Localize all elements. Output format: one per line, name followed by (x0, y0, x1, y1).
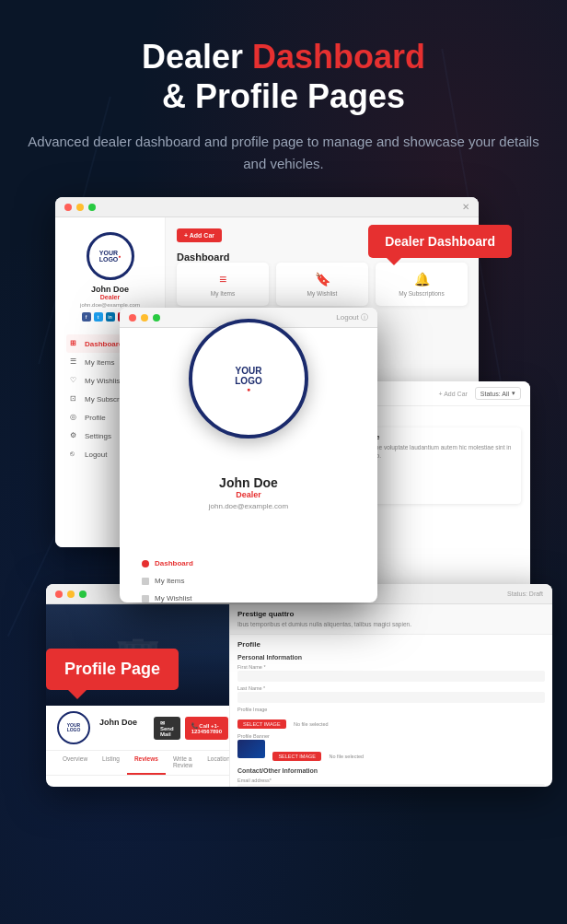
sidebar-role: Dealer (66, 294, 154, 300)
email-field: Email address* john.doe@example.com (237, 778, 545, 787)
active-indicator (142, 560, 149, 567)
first-name-input[interactable] (237, 671, 545, 682)
last-name-input[interactable] (237, 692, 545, 703)
tab-write-review[interactable]: Write a Review (166, 751, 200, 775)
minimize-dot (76, 204, 84, 211)
logout-icon: ⎋ (70, 450, 79, 459)
first-name-label: First Name * (237, 664, 545, 670)
draft-status: Status: Draft (507, 591, 543, 597)
banner-preview-thumb (237, 740, 265, 758)
mid-twitter-icon: t (226, 516, 238, 529)
profile-form-panel: Prestige quattro Ibus temporibus et dumi… (230, 604, 552, 787)
profile-image-field: Profile Image SELECT IMAGE No file selec… (237, 707, 545, 730)
mid-role: Dealer (209, 490, 288, 499)
subscriptions-card-icon: 🔔 (383, 272, 460, 287)
profile-facebook-icon: f (99, 729, 109, 738)
minimize-dot (141, 314, 148, 322)
logo: YOURLOGO● (87, 232, 134, 280)
form-subtitle-contact: Contact/Other Information (237, 767, 545, 774)
profile-banner-field: Profile Banner SELECT IMAGE No file sele… (237, 733, 545, 762)
close-dot (129, 314, 136, 322)
listing-description: Ibus temporibus et dumius nulla aliquent… (237, 620, 545, 628)
mid-nav-dashboard[interactable]: Dashboard (134, 555, 363, 572)
mid-linkedin-icon: in (242, 516, 255, 529)
email-input[interactable]: john.doe@example.com (237, 784, 545, 787)
close-dot (55, 591, 63, 598)
profile-icon: ◎ (70, 413, 79, 422)
tab-listing[interactable]: Listing (95, 751, 127, 775)
dealer-dashboard-label: Dealer Dashboard (368, 225, 512, 258)
select-image-button[interactable]: SELECT IMAGE (237, 719, 286, 729)
last-name-field: Last Name * (237, 685, 545, 703)
profile-username: John Doe (99, 718, 145, 727)
add-car-small: + Add Car (439, 391, 468, 397)
profile-info-bar: YOURLOGO John Doe f t in p ✉ Send Mail (46, 706, 229, 751)
mid-nav-wishlist[interactable]: My Wishlist (134, 590, 363, 602)
subscriptions-icon: ⊡ (70, 394, 79, 404)
sidebar-username: John Doe (66, 285, 154, 294)
page-title: Dealer Dashboard& Profile Pages (28, 37, 539, 116)
dashboard-cards: ≡ My Items 🔖 My Wishlist 🔔 My Subscripti… (177, 263, 468, 306)
mid-nav-myitems[interactable]: My Items (134, 572, 363, 590)
profile-pinterest-icon: p (135, 729, 145, 738)
profile-tabs: Overview Listing Reviews Write a Review … (46, 751, 229, 776)
profile-image-label: Profile Image (237, 707, 545, 712)
profile-logo: YOURLOGO (57, 711, 90, 744)
form-title: Profile (237, 640, 545, 649)
select-banner-button[interactable]: SELECT IMAGE (272, 752, 321, 761)
tab-overview[interactable]: Overview (55, 751, 95, 775)
maximize-dot (153, 314, 160, 322)
call-button[interactable]: 📞 Call +1-1234567890 (185, 717, 228, 740)
tab-location[interactable]: Location (200, 751, 230, 775)
wishlist-card-label: My Wishlist (284, 290, 361, 297)
linkedin-icon: in (106, 312, 115, 322)
mid-content: YOURLOGO● John Doe Dealer john.doe@examp… (120, 328, 377, 602)
tab-reviews[interactable]: Reviews (127, 751, 166, 775)
listing-detail-header: Prestige quattro Ibus temporibus et dumi… (230, 604, 552, 635)
profile-action-buttons: ✉ Send Mail 📞 Call +1-1234567890 (154, 717, 228, 740)
facebook-icon: f (82, 312, 91, 322)
logout-text: Logout ⓘ (336, 312, 368, 322)
zoomed-detail-screenshot: Logout ⓘ YOURLOGO● John Doe Dealer john.… (120, 308, 377, 602)
profile-page-label: Profile Page (46, 649, 179, 690)
add-car-button[interactable]: + Add Car (177, 228, 222, 242)
dashboard-card-wishlist: 🔖 My Wishlist (276, 263, 368, 306)
first-name-field: First Name * (237, 664, 545, 682)
minimize-dot (67, 591, 75, 598)
page-wrapper: Dealer Dashboard& Profile Pages Advanced… (0, 0, 567, 787)
twitter-icon: t (94, 312, 103, 322)
mid-email: john.doe@example.com (209, 502, 288, 510)
profile-linkedin-icon: in (123, 729, 133, 738)
profile-personal-form: Profile Personal Information First Name … (230, 635, 552, 787)
form-subtitle-personal: Personal Information (237, 654, 545, 661)
email-label: Email address* (237, 778, 545, 783)
close-dot (64, 204, 72, 211)
zoomed-logo-text: YOURLOGO● (235, 366, 261, 393)
wishlist-card-icon: 🔖 (284, 272, 361, 287)
profile-social-row: f t in p (99, 729, 145, 738)
mid-username: John Doe (209, 475, 288, 490)
status-filter[interactable]: Status: All ▾ (475, 387, 521, 400)
listing-title: Prestige quattro (237, 610, 545, 618)
profile-banner-upload-area: SELECT IMAGE No file selected (237, 740, 545, 762)
no-file-text: No file selected (294, 721, 329, 727)
items-card-icon: ≡ (184, 272, 261, 287)
page-subtitle: Advanced dealer dashboard and profile pa… (28, 131, 539, 175)
mid-instagram-icon: ig (275, 516, 288, 529)
mid-social-icons: f t in p ig (209, 516, 288, 529)
nav-indicator (142, 578, 149, 585)
nav-indicator (142, 595, 149, 602)
send-mail-button[interactable]: ✉ Send Mail (154, 717, 180, 740)
close-icon: ✕ (462, 202, 469, 212)
mid-pinterest-icon: p (259, 516, 272, 529)
items-card-label: My Items (184, 290, 261, 297)
profile-body: 🏢 YOURLOGO John Doe f t in p (46, 604, 552, 787)
dashboard-card-subscriptions: 🔔 My Subscriptions (376, 263, 468, 306)
last-name-label: Last Name * (237, 685, 545, 691)
profile-name-area: John Doe f t in p (99, 718, 145, 738)
wishlist-icon: ♡ (70, 376, 79, 385)
window-titlebar: ✕ (55, 197, 479, 217)
maximize-dot (79, 591, 87, 598)
subscriptions-card-label: My Subscriptions (383, 290, 460, 297)
profile-image-upload-area: SELECT IMAGE No file selected (237, 713, 545, 730)
